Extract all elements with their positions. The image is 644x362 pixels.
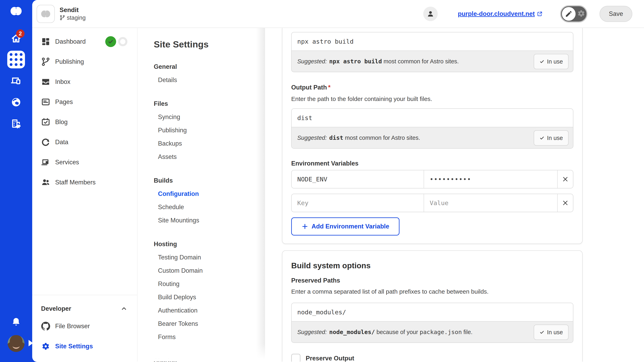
settings-nav-item-schedule[interactable]: Schedule — [154, 201, 265, 214]
settings-nav-item-testing-domain[interactable]: Testing Domain — [154, 251, 265, 264]
group-header: Sharing — [154, 354, 265, 362]
settings-nav-item-syncing[interactable]: Syncing — [154, 110, 265, 124]
settings-nav-item-backups[interactable]: Backups — [154, 137, 265, 150]
env-key-input[interactable] — [292, 194, 424, 212]
settings-nav-item-assets[interactable]: Assets — [154, 150, 265, 163]
preserved-paths-input[interactable] — [292, 303, 573, 321]
person-icon — [426, 10, 434, 18]
sidebar-item-inbox[interactable]: Inbox — [32, 72, 137, 92]
remove-env-var-button[interactable] — [558, 170, 573, 188]
sidebar-item-label: Data — [55, 139, 68, 146]
rail-bottom — [8, 317, 24, 362]
environment-variables-label: Environment Variables — [291, 160, 573, 167]
rail-organization-button[interactable] — [6, 114, 26, 134]
build-configuration-card: Suggested: npx astro build most common f… — [282, 28, 582, 244]
site-thumbnail — [37, 5, 55, 23]
env-value-input[interactable] — [424, 194, 557, 212]
preserved-paths-label: Preserved Paths — [291, 277, 573, 284]
build-command-group: Suggested: npx astro build most common f… — [291, 32, 573, 72]
site-meta: Sendit staging — [60, 6, 86, 21]
sync-status — [105, 36, 128, 47]
settings-group-general: General Details — [154, 60, 265, 87]
preserved-paths-group: Suggested: node_modules/ because of your… — [291, 303, 573, 343]
sidebar-item-file-browser[interactable]: File Browser — [32, 316, 137, 336]
sidebar-item-data[interactable]: Data — [32, 132, 137, 152]
env-var-row — [291, 194, 573, 212]
preview-url-text: purple-door.cloudvent.net — [458, 10, 535, 17]
add-environment-variable-button[interactable]: Add Environment Variable — [291, 217, 400, 236]
branch-name: staging — [67, 14, 86, 21]
notifications-bell-button[interactable] — [11, 317, 21, 327]
sidebar-item-pages[interactable]: Pages — [32, 92, 137, 112]
required-asterisk: * — [328, 84, 330, 91]
rail-sites-button[interactable] — [6, 92, 26, 112]
env-value-input[interactable] — [424, 170, 557, 188]
sidebar-item-publishing[interactable]: Publishing — [32, 52, 137, 72]
viewer-avatar[interactable] — [423, 7, 438, 21]
settings-content: Suggested: npx astro build most common f… — [265, 28, 644, 362]
settings-nav-item-configuration[interactable]: Configuration — [154, 187, 265, 201]
preserved-paths-description: Enter a comma separated list of all path… — [291, 288, 573, 295]
settings-nav-item-build-deploys[interactable]: Build Deploys — [154, 291, 265, 304]
save-button[interactable]: Save — [600, 6, 632, 22]
rail-apps-button[interactable] — [7, 51, 25, 68]
in-use-button[interactable]: In use — [534, 130, 568, 146]
pencil-icon — [565, 10, 572, 18]
settings-nav-item-custom-domain[interactable]: Custom Domain — [154, 264, 265, 277]
output-path-group: Suggested: dist most common for Astro si… — [291, 108, 573, 149]
build-command-suggestion: Suggested: npx astro build most common f… — [292, 50, 573, 72]
rail-home-button[interactable]: 2 — [6, 29, 26, 48]
edit-settings-mode-toggle[interactable] — [560, 5, 588, 22]
preview-url-link[interactable]: purple-door.cloudvent.net — [458, 10, 543, 17]
chevron-up-icon — [120, 305, 128, 312]
remove-env-var-button[interactable] — [558, 194, 573, 212]
settings-nav-item-authentication[interactable]: Authentication — [154, 304, 265, 317]
in-use-button[interactable]: In use — [534, 54, 568, 69]
group-header: Builds — [154, 174, 265, 187]
sidebar-item-services[interactable]: Services — [32, 152, 137, 172]
env-key-input[interactable] — [292, 170, 424, 188]
settings-nav-item-site-mountings[interactable]: Site Mountings — [154, 214, 265, 227]
settings-nav-item-routing[interactable]: Routing — [154, 277, 265, 291]
settings-group-sharing: Sharing — [154, 354, 265, 362]
build-command-input[interactable] — [292, 32, 573, 50]
sidebar-item-label: Pages — [55, 98, 73, 106]
check-icon — [539, 59, 544, 64]
developer-section-header[interactable]: Developer — [32, 301, 137, 316]
site-logo-icon — [40, 8, 51, 19]
laptop-icon — [41, 158, 50, 167]
user-avatar[interactable] — [8, 335, 24, 352]
sync-circle-icon — [41, 138, 50, 147]
notification-badge: 2 — [16, 29, 24, 38]
settings-nav-item-bearer-tokens[interactable]: Bearer Tokens — [154, 317, 265, 331]
settings-nav-item-forms[interactable]: Forms — [154, 331, 265, 344]
in-use-button[interactable]: In use — [534, 325, 568, 340]
settings-nav-item-details[interactable]: Details — [154, 73, 265, 87]
sync-ok-icon — [105, 36, 116, 47]
sidebar-item-site-settings[interactable]: Site Settings — [32, 336, 137, 356]
sidebar-item-blog[interactable]: Blog — [32, 112, 137, 132]
sidebar-item-label: Site Settings — [55, 343, 93, 350]
group-header: General — [154, 60, 265, 73]
sidebar-item-staff-members[interactable]: Staff Members — [32, 172, 137, 192]
edit-mode-knob — [562, 7, 576, 21]
sidebar-item-dashboard[interactable]: Dashboard — [32, 31, 137, 52]
settings-nav-item-publishing[interactable]: Publishing — [154, 124, 265, 137]
suggestion-text: most common for Astro sites. — [384, 58, 459, 65]
preserved-paths-suggestion: Suggested: node_modules/ because of your… — [292, 321, 573, 343]
preserve-output-label: Preserve Output — [306, 355, 354, 362]
check-icon — [539, 330, 544, 335]
build-system-options-card: Build system options Preserved Paths Ent… — [282, 250, 582, 362]
output-path-input[interactable] — [292, 109, 573, 127]
gear-icon — [577, 9, 586, 18]
header-actions: purple-door.cloudvent.net Save — [423, 5, 632, 22]
site-name: Sendit — [60, 6, 86, 14]
sidebar-item-label: Services — [55, 159, 79, 166]
rail-expand-handle[interactable] — [28, 340, 33, 346]
sidebar-item-label: Staff Members — [55, 179, 96, 186]
in-use-label: In use — [547, 58, 563, 65]
rail-devices-button[interactable] — [6, 71, 26, 90]
suggestion-mid: because of your — [376, 329, 418, 336]
preserve-output-checkbox[interactable] — [291, 354, 300, 362]
top-header: Sendit staging purple-door.cloudvent.net… — [32, 0, 644, 28]
